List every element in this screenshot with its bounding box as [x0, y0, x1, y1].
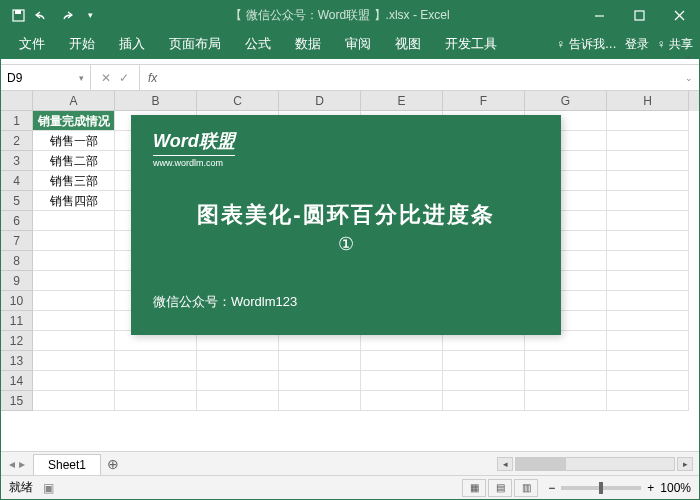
- cell[interactable]: [115, 351, 197, 371]
- sheet-nav-next-icon[interactable]: ▸: [19, 457, 25, 471]
- undo-icon[interactable]: [31, 4, 53, 26]
- col-header[interactable]: F: [443, 91, 525, 111]
- row-header[interactable]: 13: [1, 351, 33, 371]
- enter-formula-icon[interactable]: ✓: [119, 71, 129, 85]
- row-header[interactable]: 7: [1, 231, 33, 251]
- add-sheet-button[interactable]: ⊕: [101, 456, 125, 472]
- minimize-icon[interactable]: [579, 1, 619, 29]
- cell[interactable]: [115, 371, 197, 391]
- cell[interactable]: [279, 391, 361, 411]
- sheet-nav-prev-icon[interactable]: ◂: [9, 457, 15, 471]
- cell[interactable]: [525, 391, 607, 411]
- cell[interactable]: [607, 171, 689, 191]
- cell[interactable]: [197, 391, 279, 411]
- tab-file[interactable]: 文件: [7, 29, 57, 59]
- cell[interactable]: [33, 211, 115, 231]
- cell[interactable]: 销量完成情况: [33, 111, 115, 131]
- row-header[interactable]: 1: [1, 111, 33, 131]
- close-icon[interactable]: [659, 1, 699, 29]
- cell[interactable]: [607, 351, 689, 371]
- cell[interactable]: [443, 391, 525, 411]
- row-header[interactable]: 9: [1, 271, 33, 291]
- row-header[interactable]: 2: [1, 131, 33, 151]
- zoom-in-button[interactable]: +: [647, 481, 654, 495]
- row-header[interactable]: 8: [1, 251, 33, 271]
- ribbon-collapse-icon[interactable]: ˅: [686, 55, 691, 66]
- cell[interactable]: 销售三部: [33, 171, 115, 191]
- share-button[interactable]: ♀ 共享: [657, 36, 693, 53]
- view-pagebreak-icon[interactable]: ▥: [514, 479, 538, 497]
- cell[interactable]: [443, 351, 525, 371]
- cell[interactable]: [607, 131, 689, 151]
- cell[interactable]: [197, 351, 279, 371]
- cell[interactable]: [525, 351, 607, 371]
- sheet-tab[interactable]: Sheet1: [33, 454, 101, 475]
- col-header[interactable]: B: [115, 91, 197, 111]
- tab-data[interactable]: 数据: [283, 29, 333, 59]
- zoom-slider[interactable]: [561, 486, 641, 490]
- col-header[interactable]: D: [279, 91, 361, 111]
- cell[interactable]: [607, 251, 689, 271]
- macro-rec-icon[interactable]: ▣: [43, 481, 54, 495]
- overlay-image[interactable]: Word联盟www.wordlm.com 图表美化-圆环百分比进度条 ① 微信公…: [131, 115, 561, 335]
- cell[interactable]: [525, 371, 607, 391]
- hscroll-track[interactable]: [515, 457, 675, 471]
- zoom-level[interactable]: 100%: [660, 481, 691, 495]
- cell[interactable]: [33, 351, 115, 371]
- cell[interactable]: [33, 231, 115, 251]
- cell[interactable]: [33, 391, 115, 411]
- cell[interactable]: [33, 271, 115, 291]
- signin-button[interactable]: 登录: [625, 36, 649, 53]
- maximize-icon[interactable]: [619, 1, 659, 29]
- tab-developer[interactable]: 开发工具: [433, 29, 509, 59]
- row-header[interactable]: 5: [1, 191, 33, 211]
- row-header[interactable]: 15: [1, 391, 33, 411]
- col-header[interactable]: C: [197, 91, 279, 111]
- tab-formulas[interactable]: 公式: [233, 29, 283, 59]
- view-pagelayout-icon[interactable]: ▤: [488, 479, 512, 497]
- fx-label[interactable]: fx: [140, 71, 165, 85]
- cell[interactable]: 销售一部: [33, 131, 115, 151]
- cell[interactable]: [607, 311, 689, 331]
- cancel-formula-icon[interactable]: ✕: [101, 71, 111, 85]
- cell[interactable]: [33, 371, 115, 391]
- row-header[interactable]: 6: [1, 211, 33, 231]
- zoom-out-button[interactable]: −: [548, 481, 555, 495]
- hscroll-left-icon[interactable]: ◂: [497, 457, 513, 471]
- save-icon[interactable]: [7, 4, 29, 26]
- name-box[interactable]: D9▾: [1, 65, 91, 90]
- row-header[interactable]: 11: [1, 311, 33, 331]
- tab-view[interactable]: 视图: [383, 29, 433, 59]
- cell[interactable]: [607, 371, 689, 391]
- select-all-corner[interactable]: [1, 91, 33, 111]
- cell[interactable]: [607, 231, 689, 251]
- cell[interactable]: [361, 391, 443, 411]
- cell[interactable]: [607, 271, 689, 291]
- cell[interactable]: [33, 251, 115, 271]
- cell[interactable]: [115, 391, 197, 411]
- zoom-slider-handle[interactable]: [599, 482, 603, 494]
- qat-dropdown-icon[interactable]: ▾: [79, 4, 101, 26]
- tab-insert[interactable]: 插入: [107, 29, 157, 59]
- cell[interactable]: [279, 351, 361, 371]
- hscroll-right-icon[interactable]: ▸: [677, 457, 693, 471]
- cell[interactable]: [197, 371, 279, 391]
- hscroll-thumb[interactable]: [516, 458, 566, 470]
- cell[interactable]: [607, 291, 689, 311]
- cell[interactable]: [33, 331, 115, 351]
- row-header[interactable]: 12: [1, 331, 33, 351]
- row-header[interactable]: 14: [1, 371, 33, 391]
- redo-icon[interactable]: [55, 4, 77, 26]
- row-header[interactable]: 4: [1, 171, 33, 191]
- cell[interactable]: [607, 331, 689, 351]
- cell[interactable]: [279, 371, 361, 391]
- cell[interactable]: [607, 211, 689, 231]
- cell[interactable]: [607, 111, 689, 131]
- cell[interactable]: [607, 191, 689, 211]
- tab-layout[interactable]: 页面布局: [157, 29, 233, 59]
- tellme-button[interactable]: ♀ 告诉我…: [556, 36, 616, 53]
- cell[interactable]: [443, 371, 525, 391]
- view-normal-icon[interactable]: ▦: [462, 479, 486, 497]
- tab-home[interactable]: 开始: [57, 29, 107, 59]
- row-header[interactable]: 10: [1, 291, 33, 311]
